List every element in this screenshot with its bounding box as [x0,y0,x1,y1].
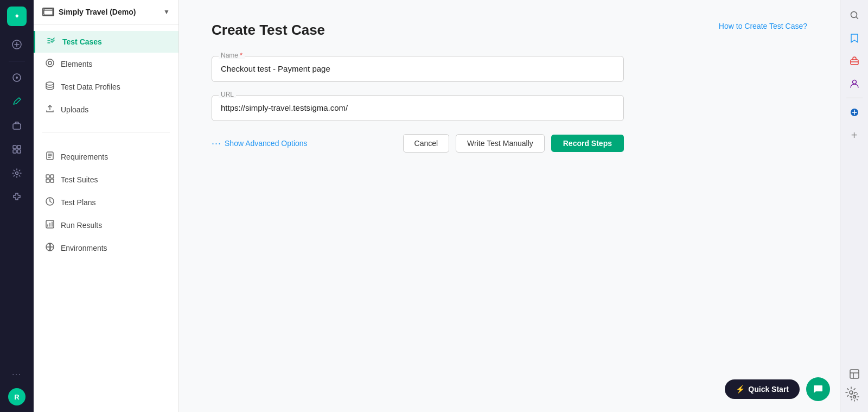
briefcase-nav-icon[interactable] [7,116,27,135]
sidebar-item-label: Test Plans [61,198,96,207]
svg-rect-8 [13,150,16,153]
dots-icon: ··· [212,138,221,149]
elements-icon [44,58,55,70]
cancel-button[interactable]: Cancel [403,134,450,153]
bottom-bar: ⚡ Quick Start [725,377,830,401]
sidebar-divider [42,132,170,132]
help-link[interactable]: How to Create Test Case? [719,22,807,30]
svg-rect-27 [850,370,859,378]
more-options-icon[interactable]: ··· [7,364,27,384]
page-content: Create Test Case How to Create Test Case… [179,0,840,412]
quick-start-button[interactable]: ⚡ Quick Start [725,379,800,399]
workspace-name: Simply Travel (Demo) [59,8,136,16]
url-label: URL [219,91,236,98]
svg-text:✦: ✦ [14,12,20,20]
user-avatar[interactable]: R [8,388,25,405]
dashboard-nav-icon[interactable] [7,68,27,87]
svg-point-12 [46,59,54,67]
required-indicator: * [240,52,242,59]
name-label: Name * [219,52,245,59]
settings-nav-icon[interactable] [7,163,27,183]
sidebar-item-label: Test Suites [61,175,98,184]
sidebar-item-label: Run Results [61,221,102,230]
write-test-manually-button[interactable]: Write Test Manually [456,134,545,153]
sidebar-item-requirements[interactable]: Requirements [34,145,178,168]
create-test-case-form: Name * URL ··· Show Advanced Options [212,56,624,153]
sidebar-item-elements[interactable]: Elements [34,53,178,75]
sidebar-item-label: Elements [61,60,92,68]
svg-rect-6 [13,145,16,149]
workspace-selector[interactable]: Simply Travel (Demo) ▼ [34,0,178,24]
layout-panel-icon[interactable] [846,365,863,383]
sidebar-item-test-suites[interactable]: Test Suites [34,168,178,191]
sidebar-item-test-data-profiles[interactable]: Test Data Profiles [34,75,178,98]
sidebar-item-label: Test Cases [62,37,102,46]
settings-bottom-icon[interactable] [845,386,857,401]
svg-rect-11 [44,9,53,15]
sidebar-item-run-results[interactable]: Run Results [34,214,178,237]
lightning-icon: ⚡ [736,385,745,394]
workspace-icon [42,8,54,16]
svg-point-14 [46,82,54,85]
bookmark-panel-icon[interactable] [846,29,863,47]
sidebar-item-test-cases[interactable]: Test Cases [34,31,178,53]
svg-point-25 [852,80,856,84]
show-advanced-options-button[interactable]: ··· Show Advanced Options [212,138,397,149]
uploads-icon [44,104,55,116]
main-content-area: Create Test Case How to Create Test Case… [179,0,840,412]
svg-rect-18 [46,179,49,182]
test-suites-icon [44,174,55,186]
test-cases-icon [46,36,57,47]
sidebar-item-environments[interactable]: Environments [34,237,178,259]
run-results-icon [44,219,55,231]
edit-nav-icon[interactable] [7,92,27,111]
puzzle-nav-icon[interactable] [7,187,27,207]
search-panel-icon[interactable] [846,7,863,24]
sidebar-section: Requirements Test Suites Test Plans [34,145,178,259]
svg-point-23 [851,12,857,18]
grid-nav-icon[interactable] [7,140,27,159]
icon-bar: ✦ [0,0,34,412]
chat-button[interactable] [806,377,830,401]
sidebar-item-label: Requirements [61,153,108,161]
svg-point-13 [48,61,52,65]
sidebar-item-label: Environments [61,244,107,252]
name-field: Name * [212,56,624,82]
circle-panel-icon[interactable] [846,104,863,121]
sidebar-item-uploads[interactable]: Uploads [34,98,178,121]
form-actions: ··· Show Advanced Options Cancel Write T… [212,134,624,153]
svg-rect-7 [17,145,21,149]
requirements-icon [44,151,55,163]
page-title: Create Test Case [212,22,325,39]
svg-point-4 [16,77,18,79]
record-steps-button[interactable]: Record Steps [551,135,624,152]
svg-point-10 [16,172,18,175]
test-plans-icon [44,197,55,208]
name-input[interactable] [221,64,615,73]
svg-rect-5 [13,124,21,129]
chevron-down-icon: ▼ [163,8,170,16]
toolbox-panel-icon[interactable] [846,52,863,69]
test-data-icon [44,81,55,93]
url-field-wrapper: URL [212,95,624,121]
svg-point-29 [850,391,853,394]
sidebar-nav: Test Cases Elements Test Data Profiles [34,24,178,128]
environments-icon [44,242,55,254]
page-header: Create Test Case How to Create Test Case… [212,22,807,39]
sidebar: Simply Travel (Demo) ▼ Test Cases Elemen… [34,0,179,412]
name-field-wrapper: Name * [212,56,624,82]
svg-rect-9 [17,150,21,153]
svg-rect-19 [50,179,54,182]
add-project-button[interactable] [7,35,27,54]
url-input[interactable] [221,103,615,112]
svg-rect-16 [46,175,49,178]
right-panel: + [840,0,868,412]
user-panel-icon[interactable] [846,75,863,92]
sidebar-item-test-plans[interactable]: Test Plans [34,191,178,214]
svg-rect-17 [50,175,54,178]
app-logo: ✦ [7,7,27,26]
right-panel-divider [846,98,863,98]
sidebar-item-label: Test Data Profiles [61,83,120,91]
add-panel-icon[interactable]: + [846,126,863,144]
sidebar-item-label: Uploads [61,105,88,114]
